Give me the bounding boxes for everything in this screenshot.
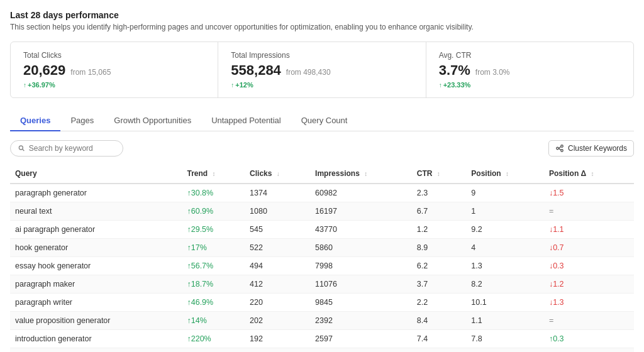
svg-line-1	[23, 149, 25, 151]
cell-position-delta: ↓1.3	[544, 294, 634, 312]
metric-badge-clicks: ↑ +36.97%	[23, 81, 205, 89]
metric-from-clicks: from 15,065	[70, 68, 111, 77]
cell-ctr: 3.7	[412, 275, 467, 294]
cell-impressions: 2392	[310, 312, 412, 330]
metric-value-impressions: 558,284	[231, 62, 281, 79]
cell-trend: ↑220%	[182, 330, 245, 348]
cell-impressions: 2597	[310, 330, 412, 348]
sort-position: ↕	[506, 170, 509, 177]
cell-clicks: 545	[245, 221, 310, 239]
cell-impressions: 7998	[310, 257, 412, 275]
search-box[interactable]	[10, 140, 123, 157]
cell-query: hook sentence generator	[10, 348, 182, 353]
metric-total-clicks: Total Clicks 20,629 from 15,065 ↑ +36.97…	[11, 42, 218, 97]
search-input[interactable]	[29, 144, 115, 153]
cell-position-delta: ↑0.3	[544, 330, 634, 348]
badge-arrow-clicks: ↑	[23, 82, 26, 89]
cell-ctr: 1.2	[412, 221, 467, 239]
cell-position: 10.1	[466, 294, 544, 312]
cell-trend: ↑18.7%	[182, 275, 245, 294]
cell-clicks: 494	[245, 257, 310, 275]
cell-query: essay hook generator	[10, 257, 182, 275]
cell-trend: 0%	[182, 348, 245, 353]
col-position[interactable]: Position ↕	[466, 164, 544, 184]
tab-query-count[interactable]: Query Count	[291, 111, 358, 131]
table-row: hook sentence generator 0% 119 1063 11.2…	[10, 348, 634, 353]
cell-ctr: 7.4	[412, 330, 467, 348]
metric-from-ctr: from 3.0%	[475, 68, 510, 77]
cell-impressions: 11076	[310, 275, 412, 294]
cell-position: 9.2	[466, 221, 544, 239]
table-row: essay hook generator ↑56.7% 494 7998 6.2…	[10, 257, 634, 275]
table-row: paragraph writer ↑46.9% 220 9845 2.2 10.…	[10, 294, 634, 312]
metric-from-impressions: from 498,430	[286, 68, 331, 77]
cell-query: ai paragraph generator	[10, 221, 182, 239]
cell-clicks: 192	[245, 330, 310, 348]
cell-ctr: 8.9	[412, 239, 467, 257]
tab-queries[interactable]: Queries	[10, 111, 60, 131]
cell-trend: ↑14%	[182, 312, 245, 330]
cell-query: paragraph writer	[10, 294, 182, 312]
svg-point-0	[19, 146, 23, 150]
table-row: paragraph maker ↑18.7% 412 11076 3.7 8.2…	[10, 275, 634, 294]
cell-impressions: 9845	[310, 294, 412, 312]
metric-badge-impressions: ↑ +12%	[231, 81, 413, 89]
cell-position-delta: ↓1.2	[544, 275, 634, 294]
cell-position: 8.2	[466, 275, 544, 294]
cell-impressions: 16197	[310, 202, 412, 221]
cell-query: hook generator	[10, 239, 182, 257]
col-impressions[interactable]: Impressions ↕	[310, 164, 412, 184]
cluster-button-label: Cluster Keywords	[568, 144, 627, 153]
cell-query: paragraph maker	[10, 275, 182, 294]
table-row: neural text ↑60.9% 1080 16197 6.7 1 =	[10, 202, 634, 221]
metrics-row: Total Clicks 20,629 from 15,065 ↑ +36.97…	[10, 41, 634, 98]
table-row: ai paragraph generator ↑29.5% 545 43770 …	[10, 221, 634, 239]
cell-clicks: 1080	[245, 202, 310, 221]
tab-untapped-potential[interactable]: Untapped Potential	[201, 111, 291, 131]
sort-ctr: ↕	[437, 170, 440, 177]
cell-ctr: 6.7	[412, 202, 467, 221]
metric-value-ctr: 3.7%	[439, 62, 470, 79]
tabs: Queries Pages Growth Opportunities Untap…	[10, 111, 634, 131]
cell-query: introduction generator	[10, 330, 182, 348]
toolbar: Cluster Keywords	[10, 140, 634, 157]
sort-clicks: ↓	[277, 170, 280, 177]
cell-trend: ↑17%	[182, 239, 245, 257]
page-subtitle: This section helps you identify high-per…	[10, 23, 634, 31]
cell-impressions: 1063	[310, 348, 412, 353]
cell-position-delta: ↓0.7	[544, 239, 634, 257]
col-trend[interactable]: Trend ↕	[182, 164, 245, 184]
cell-clicks: 412	[245, 275, 310, 294]
cell-position: 13.8	[466, 348, 544, 353]
cell-query: neural text	[10, 202, 182, 221]
cluster-keywords-button[interactable]: Cluster Keywords	[548, 140, 634, 157]
col-position-delta[interactable]: Position Δ ↕	[544, 164, 634, 184]
sort-impressions: ↕	[364, 170, 367, 177]
col-ctr[interactable]: CTR ↕	[412, 164, 467, 184]
cell-query: paragraph generator	[10, 184, 182, 202]
cell-clicks: 202	[245, 312, 310, 330]
cell-trend: ↑60.9%	[182, 202, 245, 221]
cell-trend: ↑30.8%	[182, 184, 245, 202]
col-clicks[interactable]: Clicks ↓	[245, 164, 310, 184]
cell-impressions: 5860	[310, 239, 412, 257]
tab-pages[interactable]: Pages	[60, 111, 104, 131]
cell-clicks: 119	[245, 348, 310, 353]
search-icon	[18, 145, 25, 152]
table-row: paragraph generator ↑30.8% 1374 60982 2.…	[10, 184, 634, 202]
badge-value-clicks: +36.97%	[28, 81, 55, 89]
metric-badge-ctr: ↑ +23.33%	[439, 81, 621, 89]
cell-position-delta: =	[544, 202, 634, 221]
cell-trend: ↑56.7%	[182, 257, 245, 275]
cell-trend: ↑46.9%	[182, 294, 245, 312]
cell-position-delta: ↓0.3	[544, 348, 634, 353]
metric-label-clicks: Total Clicks	[23, 51, 205, 60]
svg-point-3	[561, 145, 564, 148]
cell-position-delta: ↓1.5	[544, 184, 634, 202]
cell-ctr: 6.2	[412, 257, 467, 275]
badge-arrow-ctr: ↑	[439, 82, 442, 89]
cell-trend: ↑29.5%	[182, 221, 245, 239]
tab-growth-opportunities[interactable]: Growth Opportunities	[104, 111, 201, 131]
table-header-row: Query Trend ↕ Clicks ↓ Impressions ↕ CTR…	[10, 164, 634, 184]
cell-clicks: 522	[245, 239, 310, 257]
